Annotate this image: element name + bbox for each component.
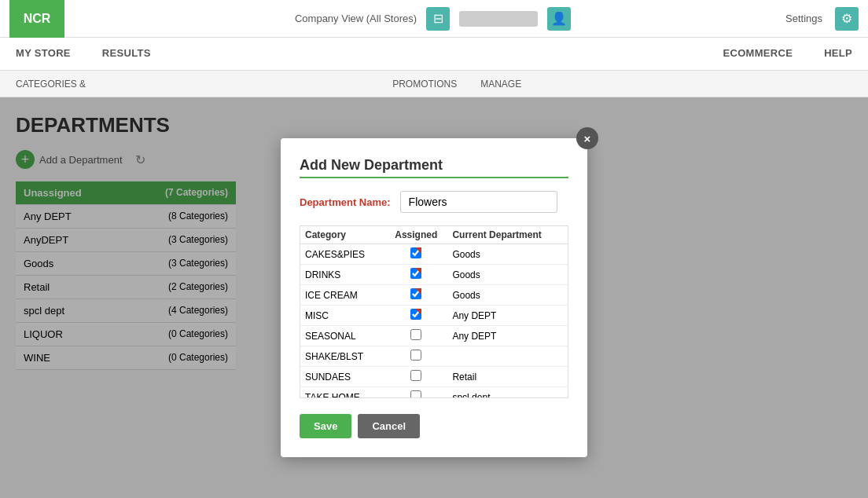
checkbox-wrapper [410,247,421,258]
category-name: SHAKE/BLST [300,346,384,367]
flag-indicator [415,268,421,274]
col-category: Category [300,226,384,244]
current-dept-cell: spcl dept [447,387,568,399]
header-center: Company View (All Stores) ⊟ 👤 [80,7,785,31]
checkbox-wrapper [410,329,421,340]
category-assigned-cell [384,306,447,326]
logo: NCR [9,0,64,38]
category-name: ICE CREAM [300,285,384,306]
category-name: TAKE HOME [300,387,384,399]
category-name: SUNDAES [300,367,384,387]
category-table-wrapper: Category Assigned Current Department CAK… [300,225,568,398]
modal-overlay: × Add New Department Department Name: Ca… [0,97,868,498]
table-row: MISC Any DEPT [300,306,568,326]
user-icon-btn[interactable]: 👤 [547,7,571,31]
table-row: SUNDAES Retail [300,367,568,387]
header: NCR Company View (All Stores) ⊟ 👤 Settin… [0,0,868,38]
category-name: CAKES&PIES [300,244,384,265]
modal-title: Add New Department [300,157,568,174]
category-name: MISC [300,306,384,326]
checkbox-wrapper [410,268,421,279]
save-button[interactable]: Save [300,414,351,438]
current-dept-cell: Retail [447,367,568,387]
nav-results[interactable]: RESULTS [86,38,167,70]
current-dept-cell: Any DEPT [447,326,568,346]
category-table: Category Assigned Current Department CAK… [300,226,568,398]
category-name: DRINKS [300,265,384,285]
category-assigned-cell [384,265,447,285]
cancel-button[interactable]: Cancel [358,414,420,438]
current-dept-cell: Any DEPT [447,306,568,326]
table-row: SEASONAL Any DEPT [300,326,568,346]
assigned-checkbox[interactable] [410,350,421,361]
col-assigned: Assigned [384,226,447,244]
current-dept-cell: Goods [447,285,568,306]
modal: × Add New Department Department Name: Ca… [281,138,587,457]
sub-nav-manage[interactable]: MANAGE [480,79,521,90]
flag-indicator [415,309,421,315]
category-assigned-cell [384,387,447,399]
table-row: SHAKE/BLST [300,346,568,367]
header-right: Settings ⚙ [785,7,859,31]
category-assigned-cell [384,346,447,367]
category-name: SEASONAL [300,326,384,346]
assigned-checkbox[interactable] [410,370,421,381]
checkbox-wrapper [410,370,421,381]
store-icon-btn[interactable]: ⊟ [426,7,450,31]
checkbox-wrapper [410,288,421,299]
dept-name-input[interactable] [400,191,557,213]
logo-text: NCR [24,12,51,26]
nav-my-store[interactable]: MY STORE [0,38,86,70]
col-current-dept: Current Department [447,226,568,244]
sub-nav: CATEGORIES & PROMOTIONS MANAGE [0,71,868,97]
dept-name-label: Department Name: [300,196,391,208]
main-content: DEPARTMENTS + Add a Department ↻ Unassig… [0,97,868,498]
assigned-checkbox[interactable] [410,390,421,398]
company-view-label: Company View (All Stores) [295,13,417,24]
table-row: DRINKS Goods [300,265,568,285]
nav-ecommerce[interactable]: ECOMMERCE [707,38,808,70]
checkbox-wrapper [410,350,421,361]
flag-indicator [415,288,421,295]
modal-title-underline [300,177,568,178]
checkbox-wrapper [410,390,421,398]
category-assigned-cell [384,244,447,265]
close-button[interactable]: × [576,127,598,149]
table-row: ICE CREAM Goods [300,285,568,306]
checkbox-wrapper [410,309,421,320]
table-row: TAKE HOME spcl dept [300,387,568,399]
current-dept-cell: Goods [447,265,568,285]
modal-footer: Save Cancel [300,414,568,438]
settings-label: Settings [785,13,822,24]
sub-nav-categories[interactable]: CATEGORIES & [16,79,86,90]
current-dept-cell: Goods [447,244,568,265]
category-assigned-cell [384,285,447,306]
assigned-checkbox[interactable] [410,329,421,340]
settings-icon-btn[interactable]: ⚙ [835,7,859,31]
dept-name-row: Department Name: [300,191,568,213]
sub-nav-promotions[interactable]: PROMOTIONS [392,79,457,90]
table-row: CAKES&PIES Goods [300,244,568,265]
nav-bar: MY STORE RESULTS ECOMMERCE HELP [0,38,868,71]
category-assigned-cell [384,367,447,387]
current-dept-cell [447,346,568,367]
category-assigned-cell [384,326,447,346]
flag-indicator [415,247,421,254]
nav-help[interactable]: HELP [808,38,868,70]
